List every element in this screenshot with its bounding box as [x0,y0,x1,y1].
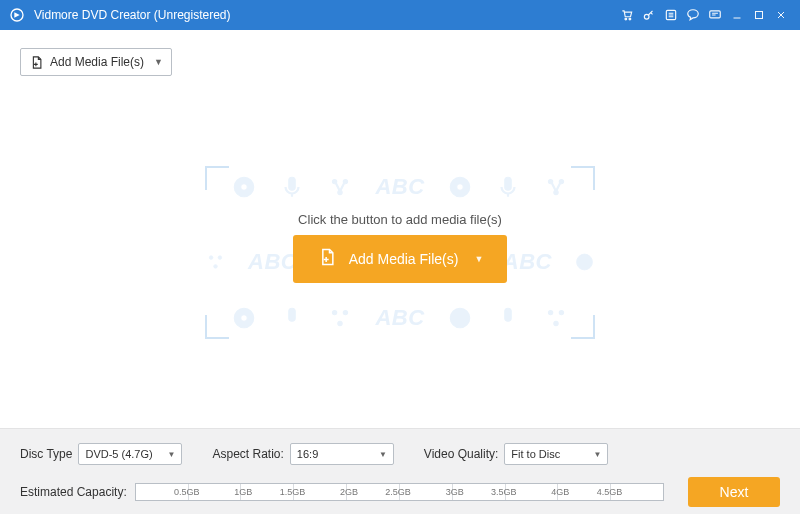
watermark-text: ABC [375,305,424,331]
next-button[interactable]: Next [688,477,780,507]
work-area: ABC Click the button to add media file(s… [0,76,800,428]
svg-point-21 [214,264,218,268]
corner-frame [571,166,595,190]
aspect-ratio-value: 16:9 [297,448,379,460]
video-quality-select[interactable]: Fit to Disc ▼ [504,443,608,465]
menu-icon[interactable] [660,4,682,26]
svg-point-32 [559,310,563,314]
add-media-button-small-label: Add Media File(s) [50,55,144,69]
toolbar: Add Media File(s) ▼ [0,30,800,76]
chevron-down-icon: ▼ [593,450,601,459]
close-icon[interactable] [770,4,792,26]
add-media-button-small[interactable]: Add Media File(s) ▼ [20,48,172,76]
video-quality-value: Fit to Disc [511,448,593,460]
svg-point-1 [625,18,627,20]
svg-point-33 [553,321,557,325]
capacity-label: Estimated Capacity: [20,485,127,499]
dropzone-hint: Click the button to add media file(s) [205,212,595,227]
chevron-down-icon: ▼ [168,450,176,459]
maximize-icon[interactable] [748,4,770,26]
svg-point-26 [333,310,337,314]
aspect-ratio-select[interactable]: 16:9 ▼ [290,443,394,465]
svg-point-8 [241,183,248,190]
file-add-icon [317,247,337,270]
disc-type-select[interactable]: DVD-5 (4.7G) ▼ [78,443,182,465]
chevron-down-icon: ▼ [154,57,163,67]
svg-point-24 [241,314,248,321]
next-button-label: Next [720,484,749,500]
capacity-bar: 0.5GB1GB1.5GB2GB2.5GB3GB3.5GB4GB4.5GB [135,483,664,501]
feedback-icon[interactable] [704,4,726,26]
help-icon[interactable] [682,4,704,26]
add-media-button-large-label: Add Media File(s) [349,251,459,267]
watermark-row: ABC [205,166,595,208]
aspect-ratio-label: Aspect Ratio: [212,447,283,461]
disc-type-label: Disc Type [20,447,72,461]
svg-point-31 [548,310,552,314]
svg-rect-25 [289,308,296,321]
footer-row-2: Estimated Capacity: 0.5GB1GB1.5GB2GB2.5G… [20,477,780,507]
corner-frame [205,166,229,190]
svg-rect-9 [289,177,296,190]
svg-point-3 [644,14,649,19]
watermark-text: ABC [248,249,297,275]
svg-rect-6 [756,12,763,19]
file-add-icon [29,55,44,70]
svg-point-27 [344,310,348,314]
cart-icon[interactable] [616,4,638,26]
video-quality-label: Video Quality: [424,447,499,461]
add-media-button-large[interactable]: Add Media File(s) ▼ [293,235,508,283]
svg-rect-30 [504,308,511,321]
app-logo-icon [8,6,26,24]
dropzone[interactable]: ABC Click the button to add media file(s… [205,166,595,339]
chevron-down-icon: ▼ [474,254,483,264]
watermark-text: ABC [503,249,552,275]
minimize-icon[interactable] [726,4,748,26]
corner-frame [571,315,595,339]
svg-point-28 [338,321,342,325]
svg-point-22 [577,254,593,270]
svg-point-20 [218,255,222,259]
svg-rect-15 [504,177,511,190]
svg-point-2 [629,18,631,20]
footer: Disc Type DVD-5 (4.7G) ▼ Aspect Ratio: 1… [0,428,800,514]
disc-type-value: DVD-5 (4.7G) [85,448,167,460]
corner-frame [205,315,229,339]
svg-point-19 [209,255,213,259]
key-icon[interactable] [638,4,660,26]
watermark-text: ABC [375,174,424,200]
svg-point-29 [450,308,470,328]
titlebar: Vidmore DVD Creator (Unregistered) [0,0,800,30]
svg-point-14 [456,183,463,190]
chevron-down-icon: ▼ [379,450,387,459]
app-title: Vidmore DVD Creator (Unregistered) [34,8,231,22]
settings-row: Disc Type DVD-5 (4.7G) ▼ Aspect Ratio: 1… [20,443,780,465]
watermark-row: ABC [205,297,595,339]
